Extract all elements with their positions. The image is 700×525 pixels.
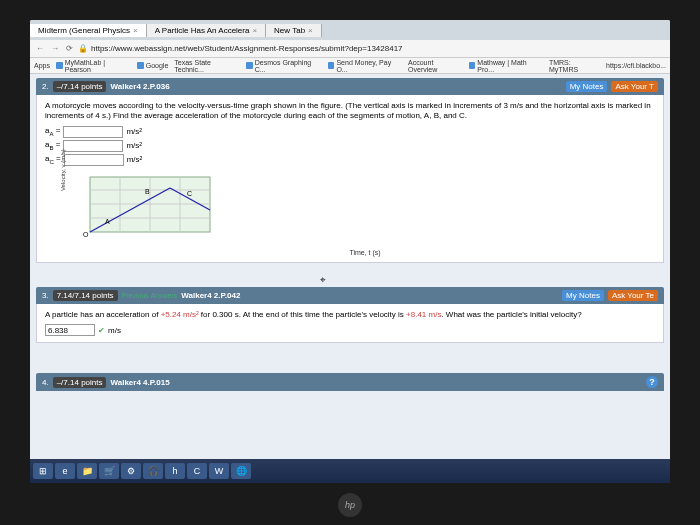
bookmark-label: Desmos Graphing C...: [255, 59, 322, 73]
close-icon[interactable]: ×: [252, 26, 257, 35]
bookmark-item[interactable]: MyMathLab | Pearson: [56, 59, 131, 73]
apps-button[interactable]: Apps: [34, 62, 50, 69]
bookmark-item[interactable]: Send Money, Pay O...: [328, 59, 402, 73]
close-icon[interactable]: ×: [308, 26, 313, 35]
bookmarks-bar: Apps MyMathLab | Pearson Google Texas St…: [30, 58, 670, 74]
browser-tabs: Midterm (General Physics× A Particle Has…: [30, 20, 670, 40]
taskbar-app-icon[interactable]: h: [165, 463, 185, 479]
question-3-header: 3. 7.14/7.14 points Previous Answers Wal…: [36, 287, 664, 304]
bookmark-item[interactable]: Desmos Graphing C...: [246, 59, 322, 73]
bookmark-item[interactable]: Mathway | Math Pro...: [469, 59, 543, 73]
back-icon[interactable]: ←: [34, 44, 46, 53]
mouse-cursor-icon: ⌖: [320, 274, 326, 286]
taskbar-app-icon[interactable]: 🎧: [143, 463, 163, 479]
help-icon[interactable]: ?: [646, 376, 658, 388]
svg-text:O: O: [83, 231, 89, 238]
bookmark-icon: [469, 62, 476, 69]
tab-new[interactable]: New Tab×: [266, 24, 322, 37]
url-field[interactable]: https://www.webassign.net/web/Student/As…: [91, 44, 403, 53]
windows-taskbar: ⊞ e 📁 🛒 ⚙ 🎧 h C W 🌐: [30, 459, 670, 483]
answer-row-a: aA = m/s²: [45, 126, 655, 138]
answer-row-b: aB = m/s²: [45, 140, 655, 152]
tab-label: Midterm (General Physics: [38, 26, 130, 35]
my-notes-button[interactable]: My Notes: [566, 81, 608, 92]
answer-unit: m/s²: [126, 141, 142, 150]
answer-unit: m/s²: [127, 155, 143, 164]
question-3-body: A particle has an acceleration of +5.24 …: [36, 304, 664, 343]
answer-input[interactable]: [45, 324, 95, 336]
reload-icon[interactable]: ⟳: [64, 44, 75, 53]
taskbar-explorer-icon[interactable]: 📁: [77, 463, 97, 479]
question-2-body: A motorcycle moves according to the velo…: [36, 95, 664, 263]
previous-answers-link[interactable]: Previous Answers: [122, 292, 178, 299]
answer-label: aA =: [45, 126, 60, 137]
question-number: 4.: [42, 378, 49, 387]
answer-unit: m/s: [108, 326, 121, 335]
bookmark-label: https://cfi.blackbo...: [606, 62, 666, 69]
question-points: 7.14/7.14 points: [53, 290, 118, 301]
omnibar: ← → ⟳ 🔒 https://www.webassign.net/web/St…: [30, 40, 670, 58]
tab-particle[interactable]: A Particle Has An Accelera×: [147, 24, 266, 37]
tab-midterm[interactable]: Midterm (General Physics×: [30, 24, 147, 37]
answer-row-c: aC = m/s²: [45, 154, 655, 166]
answer-input-a[interactable]: [63, 126, 123, 138]
question-text: A particle has an acceleration of +5.24 …: [45, 310, 655, 320]
question-ref: Walker4 2.P.042: [181, 291, 240, 300]
close-icon[interactable]: ×: [133, 26, 138, 35]
taskbar-store-icon[interactable]: 🛒: [99, 463, 119, 479]
check-icon: ✔: [98, 326, 105, 335]
bookmark-label: Account Overview: [408, 59, 463, 73]
taskbar-chrome-icon[interactable]: C: [187, 463, 207, 479]
lock-icon: 🔒: [78, 44, 88, 53]
question-ref: Walker4 2.P.036: [110, 82, 169, 91]
answer-label: aB =: [45, 140, 60, 151]
taskbar-ie-icon[interactable]: e: [55, 463, 75, 479]
answer-input-b[interactable]: [63, 140, 123, 152]
taskbar-word-icon[interactable]: W: [209, 463, 229, 479]
answer-label: aC =: [45, 154, 61, 165]
start-button[interactable]: ⊞: [33, 463, 53, 479]
bookmark-item[interactable]: Texas State Technic...: [174, 59, 240, 73]
velocity-time-graph: Velocity, v (m/s) A B C O: [75, 172, 655, 247]
bookmark-item[interactable]: https://cfi.blackbo...: [606, 62, 666, 69]
ask-teacher-button[interactable]: Ask Your T: [611, 81, 658, 92]
bookmark-label: Google: [146, 62, 169, 69]
bookmark-label: Mathway | Math Pro...: [477, 59, 543, 73]
question-2-header: 2. –/7.14 points Walker4 2.P.036 My Note…: [36, 78, 664, 95]
bookmark-label: TMRS: MyTMRS: [549, 59, 600, 73]
hp-logo-icon: hp: [338, 493, 362, 517]
bookmark-icon: [56, 62, 63, 69]
bookmark-label: Texas State Technic...: [174, 59, 240, 73]
tab-label: New Tab: [274, 26, 305, 35]
bookmark-icon: [137, 62, 144, 69]
answer-unit: m/s²: [126, 127, 142, 136]
question-points: –/7.14 points: [53, 81, 107, 92]
question-ref: Walker4 4.P.015: [110, 378, 169, 387]
bookmark-item[interactable]: Google: [137, 62, 169, 69]
svg-text:C: C: [187, 190, 192, 197]
svg-text:B: B: [145, 188, 150, 195]
forward-icon[interactable]: →: [49, 44, 61, 53]
page-content: 2. –/7.14 points Walker4 2.P.036 My Note…: [30, 74, 670, 465]
bookmark-item[interactable]: TMRS: MyTMRS: [549, 59, 600, 73]
question-text: A motorcycle moves according to the velo…: [45, 101, 655, 122]
bookmark-item[interactable]: Account Overview: [408, 59, 463, 73]
ask-teacher-button[interactable]: Ask Your Te: [608, 290, 658, 301]
question-points: –/7.14 points: [53, 377, 107, 388]
answer-row: ✔ m/s: [45, 324, 655, 336]
svg-text:A: A: [105, 218, 110, 225]
bookmark-icon: [328, 62, 335, 69]
question-4-header: 4. –/7.14 points Walker4 4.P.015 ?: [36, 373, 664, 391]
answer-input-c[interactable]: [64, 154, 124, 166]
tab-label: A Particle Has An Accelera: [155, 26, 250, 35]
graph-x-label: Time, t (s): [75, 249, 655, 256]
question-number: 3.: [42, 291, 49, 300]
taskbar-app-icon[interactable]: 🌐: [231, 463, 251, 479]
question-number: 2.: [42, 82, 49, 91]
bookmark-label: MyMathLab | Pearson: [65, 59, 131, 73]
my-notes-button[interactable]: My Notes: [562, 290, 604, 301]
graph-y-label: Velocity, v (m/s): [60, 149, 66, 191]
bookmark-label: Send Money, Pay O...: [336, 59, 402, 73]
taskbar-settings-icon[interactable]: ⚙: [121, 463, 141, 479]
bookmark-icon: [246, 62, 253, 69]
